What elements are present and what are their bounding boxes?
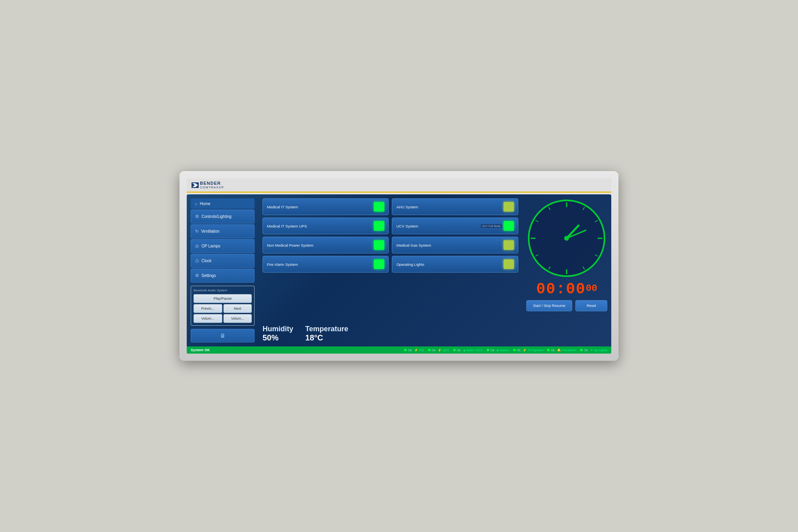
status-ahu-label: Ok: [457, 348, 461, 352]
status-ups-icon: ⚡ UPS: [438, 348, 449, 352]
ucv-button[interactable]: UCV System UCV Full Mode: [392, 218, 518, 234]
screen-content: ⌂ Home ⚙ Controls/Lighting ↻ Ventilation…: [187, 194, 611, 346]
previous-button[interactable]: Previo...: [194, 304, 222, 313]
status-items: Ok ⚡ IPS Ok ⚡ UPS Ok ▲ AHU / UCV Ok ◈ Ga…: [404, 348, 607, 352]
sidebar-item-clock[interactable]: ◷ Clock: [191, 254, 255, 268]
status-ips: Ok ⚡ IPS: [404, 348, 424, 352]
status-op-lights-dot: [580, 349, 583, 351]
home-icon: ⌂: [195, 201, 198, 206]
operating-lights-button[interactable]: Operating Lights: [392, 256, 518, 273]
volume-up-button[interactable]: Volum...: [223, 314, 252, 323]
reset-button[interactable]: Reset: [575, 300, 607, 311]
status-op-lights: Ok ☀ Op Lights: [580, 348, 607, 352]
status-fire-icon: 🔔 Fire Alarm: [557, 348, 577, 352]
status-ahu-dot: [453, 349, 456, 351]
sidebar: ⌂ Home ⚙ Controls/Lighting ↻ Ventilation…: [191, 198, 255, 342]
non-medical-power-indicator: [374, 240, 384, 250]
medical-it-button[interactable]: Medical IT System: [263, 198, 389, 215]
system-row-2: Medical IT System UPS UCV System UCV Ful…: [263, 218, 518, 234]
status-tn: Ok ⚡ TN System: [513, 348, 543, 352]
brand-name: BENDER: [200, 181, 224, 186]
medical-it-ups-indicator: [374, 221, 384, 231]
status-tn-label: Ok: [517, 348, 521, 352]
humidity-label: Humidity: [263, 325, 293, 333]
status-tn-dot: [513, 349, 516, 351]
ahu-indicator: [504, 202, 514, 212]
sidebar-home-label: Home: [200, 202, 211, 206]
sidebar-ventilation-label: Ventilation: [201, 229, 219, 233]
status-gases-icon: ◈ Gases: [496, 348, 509, 352]
clock-section: 00:0000 Start / Stop Resume Reset: [526, 198, 607, 342]
medical-it-indicator: [374, 202, 384, 212]
monitor-icon: 🖥: [220, 332, 225, 339]
wall-mount: BENDER COMTRAXX® ⌂ Home ⚙ Controls/Light…: [180, 171, 618, 361]
sidebar-item-op-lamps[interactable]: ◎ OP Lamps: [191, 239, 255, 253]
clock-icon: ◷: [195, 258, 199, 263]
system-grid: Medical IT System AHU System Medical IT …: [259, 198, 522, 321]
medical-gas-indicator: [504, 240, 514, 250]
status-ips-icon: ⚡ IPS: [414, 348, 424, 352]
status-fire: Ok 🔔 Fire Alarm: [547, 348, 576, 352]
op-lamps-icon: ◎: [195, 243, 199, 249]
analog-clock: [527, 198, 606, 278]
non-medical-power-button[interactable]: Non Medical Power System: [263, 237, 389, 253]
ucv-label: UCV System: [396, 224, 480, 228]
non-medical-power-label: Non Medical Power System: [267, 243, 374, 247]
brand-subtitle: COMTRAXX®: [200, 186, 224, 189]
svg-point-17: [564, 236, 569, 241]
next-button[interactable]: Next: [223, 304, 252, 313]
status-ok-text: System OK: [191, 348, 210, 352]
settings-icon: ⚙: [195, 273, 199, 278]
bluetooth-title: Bluetooth Audio System: [194, 289, 252, 292]
bender-icon: [192, 182, 199, 188]
system-row-1: Medical IT System AHU System: [263, 198, 518, 215]
ucv-mode-label: UCV Full Mode: [481, 224, 502, 228]
status-gases-label: Ok: [490, 348, 494, 352]
status-bar: System OK Ok ⚡ IPS Ok ⚡ UPS Ok ▲ AHU / U…: [187, 346, 611, 354]
monitor-button[interactable]: 🖥: [191, 329, 255, 342]
medical-it-ups-label: Medical IT System UPS: [267, 224, 374, 228]
temperature-value: 18°C: [305, 333, 348, 342]
medical-gas-label: Medical Gas System: [396, 243, 503, 247]
fire-alarm-label: Fire Alarm System: [267, 262, 374, 267]
weather-section: Humidity 50% Temperature 18°C: [263, 325, 518, 342]
status-gases-dot: [487, 349, 489, 351]
status-gases: Ok ◈ Gases: [487, 348, 509, 352]
fire-alarm-indicator: [374, 259, 384, 269]
medical-it-ups-button[interactable]: Medical IT System UPS: [263, 218, 389, 234]
brand-logo: BENDER COMTRAXX®: [192, 181, 224, 189]
sidebar-home[interactable]: ⌂ Home: [191, 198, 255, 209]
status-fire-label: Ok: [551, 348, 555, 352]
sidebar-settings-label: Settings: [201, 273, 216, 278]
status-ups: Ok ⚡ UPS: [428, 348, 449, 352]
timer-seconds: 00: [586, 283, 597, 294]
medical-gas-button[interactable]: Medical Gas System: [392, 237, 518, 253]
status-ips-label: Ok: [408, 348, 412, 352]
sidebar-item-settings[interactable]: ⚙ Settings: [191, 269, 255, 283]
temperature-label: Temperature: [305, 325, 348, 333]
brand-bar: BENDER COMTRAXX®: [187, 178, 611, 193]
bt-volume-row: Volum... Volum...: [194, 314, 252, 323]
status-fire-dot: [547, 349, 549, 351]
clock-controls: Start / Stop Resume Reset: [526, 300, 607, 311]
ahu-label: AHU System: [396, 205, 503, 209]
sidebar-item-ventilation[interactable]: ↻ Ventilation: [191, 224, 255, 238]
ucv-indicator: [504, 221, 514, 231]
controls-icon: ⚙: [195, 214, 199, 219]
ahu-button[interactable]: AHU System: [392, 198, 518, 215]
start-stop-button[interactable]: Start / Stop Resume: [526, 300, 572, 311]
sidebar-controls-label: Controls/Lighting: [201, 214, 231, 219]
status-op-lights-icon: ☀ Op Lights: [590, 348, 607, 352]
status-ips-dot: [404, 349, 407, 351]
digital-timer: 00:0000: [536, 281, 597, 298]
status-tn-icon: ⚡ TN System: [523, 348, 543, 352]
humidity-item: Humidity 50%: [263, 325, 293, 342]
bt-prev-next-row: Previo... Next: [194, 304, 252, 313]
status-ahu-icon: ▲ AHU / UCV: [463, 348, 483, 352]
fire-alarm-button[interactable]: Fire Alarm System: [263, 256, 389, 273]
sidebar-item-controls[interactable]: ⚙ Controls/Lighting: [191, 210, 255, 223]
operating-lights-indicator: [504, 259, 514, 269]
volume-down-button[interactable]: Volum...: [194, 314, 222, 323]
play-pause-button[interactable]: Play/Pause: [194, 294, 252, 303]
bottom-area: Humidity 50% Temperature 18°C: [259, 325, 522, 342]
